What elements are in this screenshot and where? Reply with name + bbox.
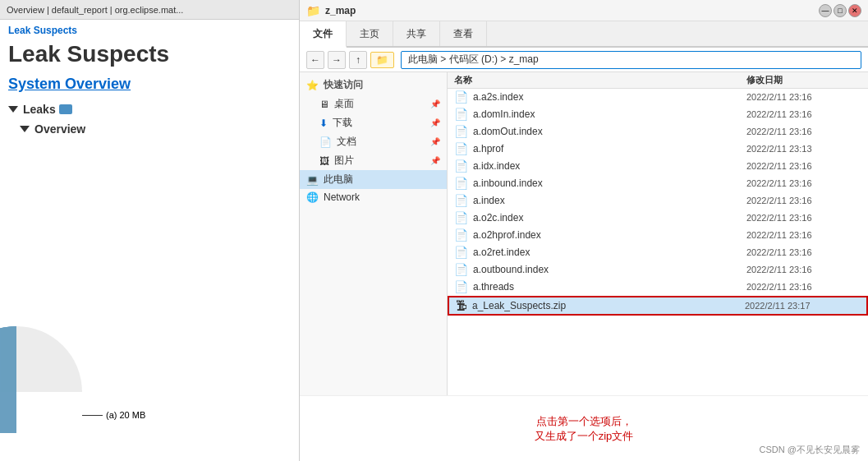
main-title: Leak Suspects xyxy=(0,39,299,72)
file-date: 2022/2/11 23:16 xyxy=(746,213,861,223)
picture-icon: 🖼 xyxy=(319,155,329,167)
address-bar: ← → ↑ 📁 此电脑 > 代码区 (D:) > z_map xyxy=(300,48,868,72)
zip-icon: 🗜 xyxy=(456,299,467,312)
file-icon: 📄 xyxy=(454,177,468,190)
leaks-section: Leaks xyxy=(0,96,299,119)
file-icon: 📄 xyxy=(454,280,468,293)
maximize-button[interactable]: □ xyxy=(834,4,847,17)
download-icon: ⬇ xyxy=(319,118,328,129)
file-date: 2022/2/11 23:16 xyxy=(746,265,861,274)
file-name: a.idx.index xyxy=(473,160,746,172)
file-date: 2022/2/11 23:16 xyxy=(746,161,861,171)
file-date: 2022/2/11 23:16 xyxy=(746,178,861,188)
file-date: 2022/2/11 23:16 xyxy=(746,230,861,240)
table-row[interactable]: 📄 a.o2ret.index 2022/2/11 23:16 xyxy=(448,244,868,261)
file-list-header: 名称 修改日期 xyxy=(448,72,868,89)
table-row[interactable]: 📄 a.hprof 2022/2/11 23:13 xyxy=(448,141,868,158)
file-icon: 📄 xyxy=(454,194,468,207)
file-name: a_Leak_Suspects.zip xyxy=(472,300,745,311)
chart-label: (a) 20 MB xyxy=(106,410,145,420)
column-name: 名称 xyxy=(454,74,746,86)
ribbon-tab-view[interactable]: 查看 xyxy=(440,21,487,46)
explorer-body: ⭐ 快速访问 🖥 桌面 📌 ⬇ 下载 📌 📄 文档 📌 🖼 图片 � xyxy=(300,72,868,395)
table-row[interactable]: 🗜 a_Leak_Suspects.zip 2022/2/11 23:17 xyxy=(448,296,868,316)
computer-icon: 💻 xyxy=(306,174,319,186)
file-name: a.o2c.index xyxy=(473,212,746,224)
sidebar-item-desktop[interactable]: 🖥 桌面 📌 xyxy=(300,95,447,113)
table-row[interactable]: 📄 a.outbound.index 2022/2/11 23:16 xyxy=(448,261,868,279)
column-date: 修改日期 xyxy=(746,74,861,86)
overview-label: Overview xyxy=(34,122,85,136)
table-row[interactable]: 📄 a.threads 2022/2/11 23:16 xyxy=(448,279,868,296)
system-overview-link[interactable]: System Overview xyxy=(0,72,299,96)
file-name: a.hprof xyxy=(473,143,746,154)
file-date: 2022/2/11 23:16 xyxy=(746,196,861,205)
file-date: 2022/2/11 23:17 xyxy=(745,301,860,311)
file-name: a.index xyxy=(473,195,746,206)
file-date: 2022/2/11 23:13 xyxy=(746,144,861,154)
ribbon: 文件 主页 共享 查看 xyxy=(300,21,868,48)
explorer-sidebar: ⭐ 快速访问 🖥 桌面 📌 ⬇ 下载 📌 📄 文档 📌 🖼 图片 � xyxy=(300,72,448,395)
file-list: 名称 修改日期 📄 a.a2s.index 2022/2/11 23:16 📄 … xyxy=(448,72,868,395)
table-row[interactable]: 📄 a.idx.index 2022/2/11 23:16 xyxy=(448,158,868,175)
table-row[interactable]: 📄 a.domIn.index 2022/2/11 23:16 xyxy=(448,106,868,123)
file-name: a.threads xyxy=(473,281,746,293)
file-icon: 📄 xyxy=(454,159,468,173)
sidebar-item-download[interactable]: ⬇ 下载 📌 xyxy=(300,113,447,132)
table-row[interactable]: 📄 a.index 2022/2/11 23:16 xyxy=(448,192,868,210)
ribbon-tab-home[interactable]: 主页 xyxy=(347,21,393,46)
file-date: 2022/2/11 23:16 xyxy=(746,127,861,136)
annotation-area: 点击第一个选项后，又生成了一个zip文件 CSDN @不见长安见晨雾 xyxy=(300,395,868,461)
annotation-text: 点击第一个选项后，又生成了一个zip文件 xyxy=(535,414,634,444)
file-icon: 📄 xyxy=(454,228,468,242)
sidebar-item-pictures[interactable]: 🖼 图片 📌 xyxy=(300,151,447,170)
file-date: 2022/2/11 23:16 xyxy=(746,282,861,292)
tab-label: Overview | default_report | org.eclipse.… xyxy=(7,5,183,15)
file-icon: 📄 xyxy=(454,108,468,121)
file-rows-container: 📄 a.a2s.index 2022/2/11 23:16 📄 a.domIn.… xyxy=(448,89,868,316)
table-row[interactable]: 📄 a.a2s.index 2022/2/11 23:16 xyxy=(448,89,868,106)
document-icon: 📄 xyxy=(319,136,332,148)
table-row[interactable]: 📄 a.inbound.index 2022/2/11 23:16 xyxy=(448,175,868,192)
pin-icon-4: 📌 xyxy=(430,156,440,165)
file-icon: 📄 xyxy=(454,90,468,104)
star-icon: ⭐ xyxy=(306,80,319,91)
file-name: a.domIn.index xyxy=(473,108,746,120)
file-name: a.inbound.index xyxy=(473,177,746,189)
back-button[interactable]: ← xyxy=(306,51,324,69)
ribbon-tab-share[interactable]: 共享 xyxy=(393,21,440,46)
tab-bar: Overview | default_report | org.eclipse.… xyxy=(0,0,299,20)
sidebar-item-computer[interactable]: 💻 此电脑 xyxy=(300,170,447,189)
sidebar-item-network[interactable]: 🌐 Network xyxy=(300,189,447,205)
file-date: 2022/2/11 23:16 xyxy=(746,92,861,102)
right-panel: 📁 z_map — □ ✕ 文件 主页 共享 查看 ← → ↑ 📁 此电脑 > … xyxy=(300,0,868,461)
table-row[interactable]: 📄 a.domOut.index 2022/2/11 23:16 xyxy=(448,123,868,141)
triangle-down-icon xyxy=(8,106,18,113)
forward-button[interactable]: → xyxy=(328,51,346,69)
file-date: 2022/2/11 23:16 xyxy=(746,247,861,257)
minimize-button[interactable]: — xyxy=(819,4,832,17)
sidebar-quick-access[interactable]: ⭐ 快速访问 xyxy=(300,76,447,95)
watermark: CSDN @不见长安见晨雾 xyxy=(760,444,860,456)
sidebar-item-docs[interactable]: 📄 文档 📌 xyxy=(300,132,447,151)
pin-icon-2: 📌 xyxy=(430,118,440,127)
up-button[interactable]: ↑ xyxy=(349,51,367,69)
file-icon: 📄 xyxy=(454,246,468,259)
breadcrumb-link[interactable]: Leak Suspects xyxy=(0,20,299,39)
file-name: a.domOut.index xyxy=(473,126,746,137)
address-path[interactable]: 此电脑 > 代码区 (D:) > z_map xyxy=(401,51,861,69)
pin-icon-3: 📌 xyxy=(430,137,440,146)
file-name: a.a2s.index xyxy=(473,91,746,103)
desktop-icon: 🖥 xyxy=(319,99,329,110)
file-name: a.o2ret.index xyxy=(473,247,746,258)
ribbon-tab-file[interactable]: 文件 xyxy=(300,21,347,48)
chart-line xyxy=(82,415,103,416)
table-row[interactable]: 📄 a.o2c.index 2022/2/11 23:16 xyxy=(448,210,868,227)
close-button[interactable]: ✕ xyxy=(848,4,861,17)
overview-section: Overview xyxy=(0,119,299,139)
leaks-label: Leaks xyxy=(23,103,56,116)
table-row[interactable]: 📄 a.o2hprof.index 2022/2/11 23:16 xyxy=(448,227,868,244)
file-icon: 📄 xyxy=(454,211,468,224)
explorer-titlebar: 📁 z_map — □ ✕ xyxy=(300,0,868,21)
window-controls: — □ ✕ xyxy=(819,4,861,17)
